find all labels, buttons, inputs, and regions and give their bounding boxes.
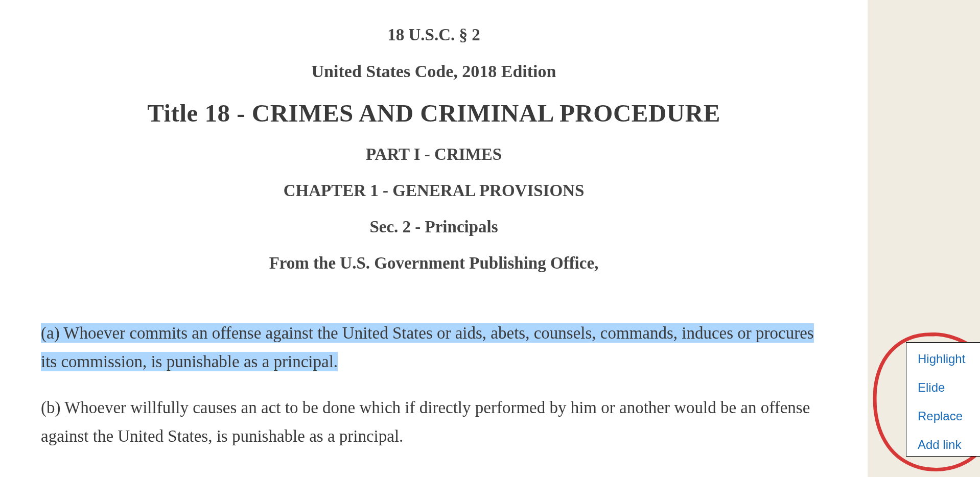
paragraph-a[interactable]: (a) Whoever commits an offense against t… <box>41 319 827 376</box>
citation-text: 18 U.S.C. § 2 <box>41 26 827 44</box>
highlight-menu-item[interactable]: Highlight <box>918 352 976 366</box>
selection-context-menu: Highlight Elide Replace Add link <box>906 342 980 457</box>
sidebar-margin: Highlight Elide Replace Add link <box>868 0 980 477</box>
document-body: (a) Whoever commits an offense against t… <box>41 319 827 450</box>
chapter-text: CHAPTER 1 - GENERAL PROVISIONS <box>41 181 827 200</box>
title-text: Title 18 - CRIMES AND CRIMINAL PROCEDURE <box>41 99 827 128</box>
paragraph-b[interactable]: (b) Whoever willfully causes an act to b… <box>41 393 827 450</box>
page-container: 18 U.S.C. § 2 United States Code, 2018 E… <box>0 0 980 477</box>
section-text: Sec. 2 - Principals <box>41 218 827 236</box>
selected-text[interactable]: (a) Whoever commits an offense against t… <box>41 323 814 371</box>
document-area: 18 U.S.C. § 2 United States Code, 2018 E… <box>0 0 868 477</box>
document-header: 18 U.S.C. § 2 United States Code, 2018 E… <box>41 26 827 273</box>
add-link-menu-item[interactable]: Add link <box>918 438 976 452</box>
elide-menu-item[interactable]: Elide <box>918 380 976 395</box>
replace-menu-item[interactable]: Replace <box>918 409 976 423</box>
source-text: From the U.S. Government Publishing Offi… <box>41 254 827 273</box>
edition-text: United States Code, 2018 Edition <box>41 62 827 81</box>
part-text: PART I - CRIMES <box>41 145 827 164</box>
